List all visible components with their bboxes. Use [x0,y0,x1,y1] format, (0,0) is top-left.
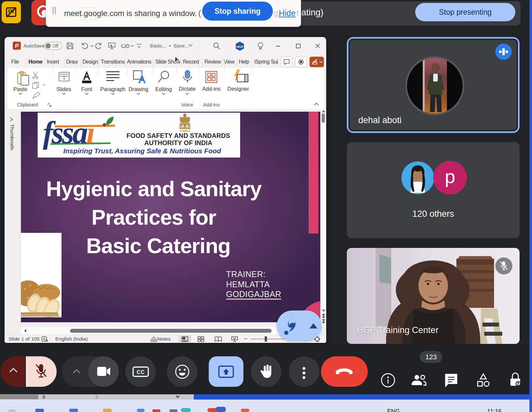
svg-text:CC: CC [136,369,145,375]
svg-text:सत्यमेव: सत्यमेव [182,129,187,131]
svg-text:HGP: HGP [237,45,243,48]
svg-text:P: P [15,43,19,49]
svg-text:A: A [43,337,45,341]
